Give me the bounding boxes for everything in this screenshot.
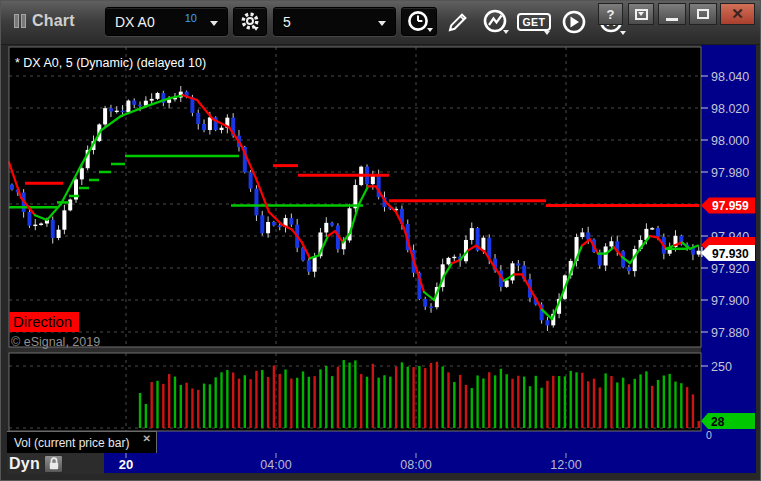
window-title-label: Chart [32, 12, 75, 30]
svg-text:12:00: 12:00 [550, 458, 581, 472]
restore-button[interactable] [628, 3, 654, 25]
get-label: GET [517, 13, 550, 31]
copyright-label: © eSignal, 2019 [11, 335, 100, 349]
svg-text:97.930: 97.930 [712, 247, 749, 261]
svg-text:08:00: 08:00 [400, 458, 431, 472]
maximize-icon [697, 9, 709, 19]
chart-canvas[interactable]: 98.04098.02098.00097.98097.94097.92097.9… [7, 45, 756, 475]
direction-indicator-label: Direction [9, 312, 79, 332]
svg-text:97.959: 97.959 [712, 199, 749, 213]
svg-text:98.000: 98.000 [711, 134, 749, 148]
play-button[interactable] [555, 6, 593, 38]
close-button[interactable]: ✕ [720, 3, 755, 25]
help-icon: ? [607, 7, 615, 22]
chevron-down-icon [210, 21, 218, 26]
svg-text:97.880: 97.880 [711, 326, 749, 340]
dynamic-mode-label: Dyn [9, 455, 40, 473]
play-icon [560, 8, 588, 36]
axis-lock-button[interactable] [44, 455, 63, 473]
time-template-button[interactable] [401, 7, 437, 36]
svg-text:97.980: 97.980 [711, 166, 749, 180]
chevron-down-icon [378, 21, 386, 26]
chart-window: Chart DX A0 10 5 [0, 0, 761, 481]
restore-icon [635, 9, 648, 20]
interval-value: 5 [283, 14, 291, 30]
chevron-down-icon [544, 31, 550, 35]
svg-text:28: 28 [711, 415, 725, 429]
help-button[interactable]: ? [598, 3, 623, 25]
minimize-icon [666, 18, 678, 21]
stop-price-tag: 97.959 [701, 198, 755, 214]
chevron-down-icon [427, 28, 433, 32]
symbol-value: DX A0 [115, 14, 155, 30]
maximize-button[interactable] [689, 3, 717, 25]
settings-button[interactable] [233, 7, 267, 36]
svg-text:20: 20 [119, 457, 133, 472]
tab-volume-study[interactable]: Vol (current price bar) ✕ [7, 431, 157, 453]
svg-text:04:00: 04:00 [260, 458, 291, 472]
studies-button[interactable] [477, 6, 515, 38]
pencil-icon [445, 9, 471, 35]
svg-text:250: 250 [711, 360, 732, 374]
window-title: Chart [14, 12, 75, 30]
close-icon: ✕ [731, 5, 744, 23]
interval-combo[interactable]: 5 [273, 7, 396, 36]
svg-text:97.920: 97.920 [711, 262, 749, 276]
toolbar: Chart DX A0 10 5 [1, 1, 761, 45]
symbol-combo[interactable]: DX A0 10 [105, 7, 228, 36]
tab-volume-label: Vol (current price bar) [14, 436, 129, 450]
minimize-button[interactable] [658, 3, 686, 25]
tab-close-icon[interactable]: ✕ [143, 433, 151, 444]
last-price-tag: 97.930 [701, 237, 755, 261]
lock-icon [47, 456, 61, 471]
get-data-button[interactable]: GET [515, 6, 553, 38]
chevron-down-icon [620, 31, 626, 35]
svg-text:0: 0 [706, 429, 712, 441]
current-volume-tag: 28 [701, 413, 755, 429]
svg-text:98.020: 98.020 [711, 102, 749, 116]
gear-icon [238, 10, 262, 34]
chevron-down-icon [503, 30, 509, 34]
axis-mode-corner: Dyn [7, 453, 104, 474]
svg-text:97.900: 97.900 [711, 294, 749, 308]
chart-legend: * DX A0, 5 (Dynamic) (delayed 10) [15, 56, 206, 70]
draw-tool-button[interactable] [439, 6, 477, 38]
svg-text:98.040: 98.040 [711, 70, 749, 84]
chart-window-icon [14, 14, 26, 28]
delay-badge: 10 [185, 12, 197, 24]
